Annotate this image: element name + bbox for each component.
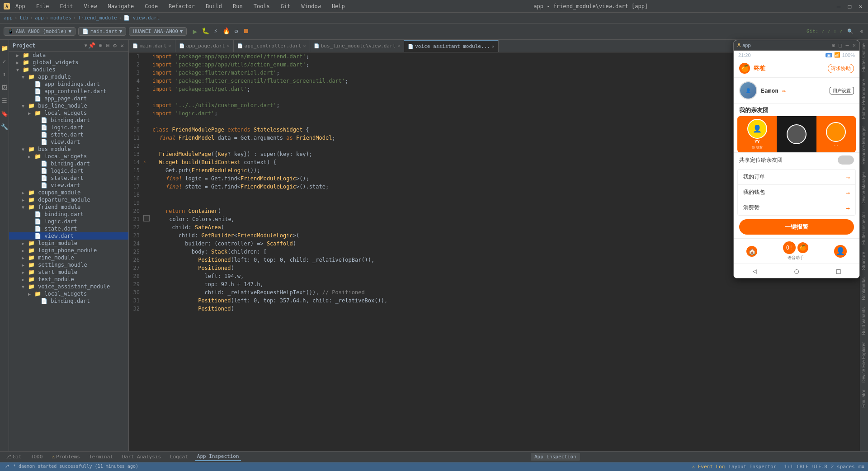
menu-edit[interactable]: Edit — [58, 2, 75, 10]
sidebar-item-friend-logic[interactable]: 📄 logic.dart — [9, 218, 128, 225]
resource-manager-tab[interactable]: Resource Manager — [860, 122, 868, 168]
menu-tools[interactable]: Tools — [252, 2, 272, 10]
build-variants-tab[interactable]: Build Variants — [860, 304, 868, 339]
sidebar-item-bus-local-widgets[interactable]: ▶📁 local_widgets — [9, 153, 128, 160]
friend-item-yy[interactable]: 👤 YY 新朋友 — [737, 116, 777, 152]
sidebar-item-friend-module[interactable]: ▼📁 friend_module — [9, 203, 128, 211]
commit-button[interactable]: ✓ — [3, 57, 6, 66]
sidebar-item-data[interactable]: ▶📁 data — [9, 52, 128, 59]
tab-close-app-page[interactable]: ✕ — [227, 43, 230, 48]
breadcrumb-app[interactable]: app — [4, 15, 13, 21]
phone-share-location-toggle[interactable] — [838, 155, 854, 165]
project-panel-button[interactable]: 📁 — [1, 43, 8, 53]
structure-tab[interactable]: Structure — [860, 248, 868, 274]
hot-restart-button[interactable]: ↺ — [233, 26, 240, 37]
android-recents-button[interactable]: □ — [836, 267, 841, 275]
sidebar-close-icon[interactable]: ✕ — [119, 42, 125, 49]
phone-settings-button[interactable]: 用户设置 — [830, 87, 854, 94]
tab-app-controller[interactable]: 📄 app_controller.dart ✕ — [234, 40, 310, 52]
pull-requests-button[interactable]: ⬆ — [3, 70, 6, 79]
sidebar-item-settings-moudle[interactable]: ▶📁 settings_moudle — [9, 261, 128, 268]
sidebar-item-global-widgets[interactable]: ▶📁 global_widgets — [9, 59, 128, 66]
sidebar-item-test-module[interactable]: ▶📁 test_module — [9, 276, 128, 283]
sidebar-item-bus-binding[interactable]: 📄 binding.dart — [9, 160, 128, 167]
minimize-button[interactable]: — — [835, 3, 842, 10]
phone-help-button[interactable]: 请求协助 — [828, 64, 854, 73]
git-status-icon[interactable]: ⎇ — [4, 464, 9, 470]
sidebar-item-bus-view[interactable]: 📄 view.dart — [9, 182, 128, 189]
tab-close-bus-line[interactable]: ✕ — [397, 43, 400, 48]
friend-item-2[interactable] — [777, 116, 816, 152]
flutter-performance-tab[interactable]: Flutter Performance — [860, 75, 868, 122]
menu-git[interactable]: Git — [279, 2, 292, 10]
tab-app-page[interactable]: 📄 app_page.dart ✕ — [175, 40, 234, 52]
sidebar-item-friend-binding[interactable]: 📄 binding.dart — [9, 211, 128, 218]
file-selector[interactable]: 📄 main.dart ▼ — [78, 27, 126, 36]
sidebar-item-coupon-module[interactable]: ▶📁 coupon_module — [9, 189, 128, 196]
sidebar-collapse-all-icon[interactable]: ⊟ — [105, 42, 111, 49]
tab-close-main[interactable]: ✕ — [169, 43, 171, 48]
event-log-status[interactable]: ⚠ Event Log — [692, 464, 725, 470]
menu-help[interactable]: Help — [330, 2, 347, 10]
bottom-tab-logcat[interactable]: Logcat — [168, 453, 190, 461]
sidebar-item-app-page[interactable]: 📄 app_page.dart — [9, 95, 128, 102]
run-button[interactable]: ▶ — [191, 26, 198, 37]
sidebar-item-app-module[interactable]: ▼📁 app_module — [9, 73, 128, 80]
bookmarks-button[interactable]: 🔖 — [1, 109, 8, 118]
search-button[interactable]: 🔍 — [846, 28, 855, 35]
friend-item-3[interactable]: .. — [816, 116, 856, 152]
menu-code[interactable]: Code — [143, 2, 160, 10]
tab-voice-assistant[interactable]: 📄 voice_assistant_module... ✕ — [404, 40, 499, 52]
phone-window-settings-icon[interactable]: ⚙ — [832, 42, 835, 48]
tab-main-dart[interactable]: 📄 main.dart ✕ — [129, 40, 175, 52]
menu-file[interactable]: File — [34, 2, 51, 10]
profile-button[interactable]: ⚡ — [212, 26, 219, 37]
nav-voice[interactable]: O! 🍊 语音助手 — [783, 241, 808, 261]
sidebar-item-bus-state[interactable]: 📄 state.dart — [9, 174, 128, 182]
sidebar-item-bus-line-logic[interactable]: 📄 logic.dart — [9, 124, 128, 131]
sidebar-item-friend-view[interactable]: 📄 view.dart — [9, 232, 128, 240]
sidebar-item-voice-module[interactable]: ▼📁 voice_assistant_module — [9, 283, 128, 290]
sidebar-item-login-phone-module[interactable]: ▶📁 login_phone_module — [9, 247, 128, 254]
debug-button[interactable]: 🐛 — [200, 26, 211, 37]
device-file-explorer-tab[interactable]: Device File Explorer — [860, 339, 868, 386]
sidebar-item-voice-local-widgets[interactable]: ▶📁 local_widgets — [9, 290, 128, 297]
android-back-button[interactable]: ◁ — [753, 267, 757, 275]
nav-home[interactable]: 🏠 — [746, 246, 757, 257]
menu-build[interactable]: Build — [204, 2, 224, 10]
menu-run[interactable]: Run — [231, 2, 245, 10]
hot-reload-button[interactable]: 🔥 — [221, 26, 231, 37]
breadcrumb-lib[interactable]: lib — [19, 15, 28, 21]
breadcrumb-app2[interactable]: app — [35, 15, 44, 21]
phone-menu-item-consume[interactable]: 消费赞 → — [738, 200, 855, 215]
stop-button[interactable]: ⏹ — [241, 26, 250, 37]
bottom-tab-terminal[interactable]: Terminal — [87, 453, 115, 461]
bottom-tab-todo[interactable]: TODO — [29, 453, 45, 461]
huawei-device-selector[interactable]: HUAWEI ANA-AN00 ▼ — [129, 27, 187, 36]
sidebar-item-start-module[interactable]: ▶📁 start_module — [9, 268, 128, 276]
close-button[interactable]: ✕ — [857, 3, 864, 10]
sidebar-item-app-controller[interactable]: 📄 app_controller.dart — [9, 88, 128, 95]
sidebar-item-mine-module[interactable]: ▶📁 mine_module — [9, 254, 128, 261]
breadcrumb-friend-module[interactable]: friend_module — [78, 15, 117, 21]
maximize-button[interactable]: ❐ — [846, 3, 853, 10]
phone-edit-button[interactable]: ✏ — [782, 87, 786, 94]
sidebar-item-app-bindings[interactable]: 📄 app_bindings.dart — [9, 80, 128, 88]
device-selector[interactable]: 📱 ANA AN00 (mobile) ▼ — [4, 27, 75, 36]
sidebar-item-voice-binding[interactable]: 📄 binding.dart — [9, 297, 128, 305]
tab-bus-line-view[interactable]: 📄 bus_line_module\view.dart ✕ — [310, 40, 405, 52]
sidebar-pin-icon[interactable]: 📌 — [87, 42, 96, 49]
phone-window-close-icon[interactable]: ✕ — [853, 42, 856, 48]
sidebar-item-bus-module[interactable]: ▼📁 bus_module — [9, 146, 128, 153]
menu-view[interactable]: View — [82, 2, 99, 10]
menu-navigate[interactable]: Navigate — [106, 2, 136, 10]
device-manager-tab[interactable]: Device Manager — [860, 168, 868, 208]
sidebar-item-bus-line-state[interactable]: 📄 state.dart — [9, 131, 128, 138]
build-variants-button[interactable]: 🔧 — [1, 122, 8, 132]
bottom-tab-git[interactable]: ⎇ Git — [4, 453, 24, 461]
breadcrumb-view-dart[interactable]: 📄 view.dart — [123, 15, 160, 21]
sidebar-item-bus-line-local-widgets[interactable]: ▶📁 local_widgets — [9, 109, 128, 117]
sidebar-item-friend-state[interactable]: 📄 state.dart — [9, 225, 128, 232]
sidebar-item-bus-line-binding[interactable]: 📄 binding.dart — [9, 117, 128, 124]
nav-profile[interactable]: 👤 — [834, 245, 847, 258]
